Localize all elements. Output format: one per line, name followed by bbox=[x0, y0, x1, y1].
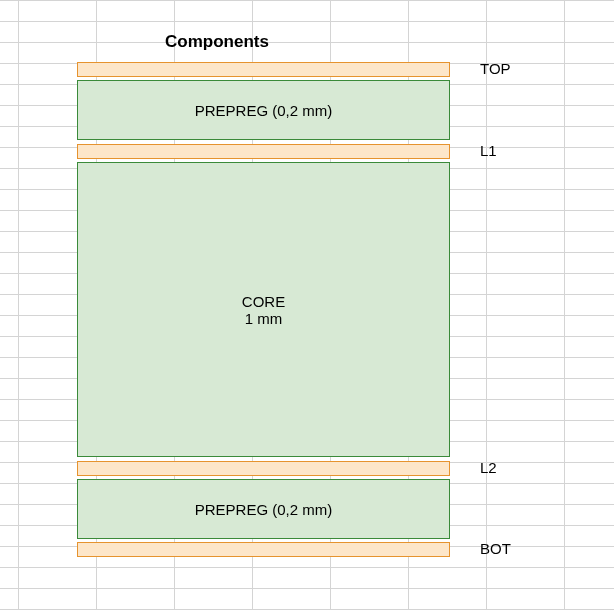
dielectric-label: PREPREG (0,2 mm) bbox=[195, 102, 333, 119]
dielectric-label: CORE bbox=[242, 293, 285, 310]
side-label-top: TOP bbox=[480, 60, 511, 77]
side-label-l2: L2 bbox=[480, 459, 497, 476]
side-label-l1: L1 bbox=[480, 142, 497, 159]
dielectric-label: PREPREG (0,2 mm) bbox=[195, 501, 333, 518]
pcb-stackup-diagram: Components TOP L1 GND L2 Vdd BOT PREPREG… bbox=[0, 0, 614, 610]
dielectric-prepreg-top: PREPREG (0,2 mm) bbox=[77, 80, 450, 140]
dielectric-core: CORE 1 mm bbox=[77, 162, 450, 457]
copper-layer-top bbox=[77, 62, 450, 77]
copper-layer-l2 bbox=[77, 461, 450, 476]
side-label-bot: BOT bbox=[480, 540, 511, 557]
copper-layer-bot bbox=[77, 542, 450, 557]
dielectric-sub-label: 1 mm bbox=[245, 310, 283, 327]
diagram-title: Components bbox=[165, 32, 269, 52]
copper-layer-l1 bbox=[77, 144, 450, 159]
dielectric-prepreg-bot: PREPREG (0,2 mm) bbox=[77, 479, 450, 539]
